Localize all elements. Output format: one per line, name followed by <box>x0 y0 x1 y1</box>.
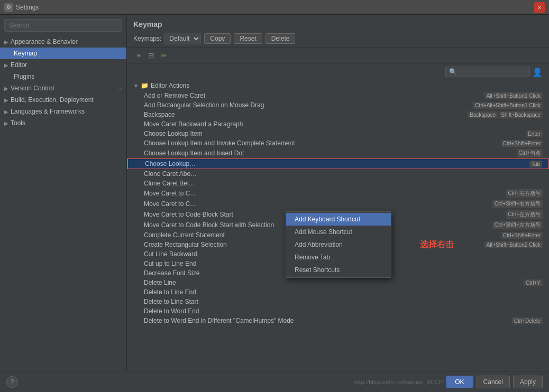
sidebar-item-tools[interactable]: ▶ Tools <box>0 117 126 129</box>
collapse-all-icon[interactable]: ⊟ <box>146 50 157 61</box>
tree-item-1[interactable]: Add Rectangular Selection on Mouse Drag … <box>127 100 549 110</box>
sync-icon: ⟳ <box>118 86 122 91</box>
tree-item-shortcut: Ctrl+Delete <box>512 318 543 324</box>
tree-item-19[interactable]: Delete Line Ctrl+Y <box>127 278 549 287</box>
expand-arrow-icon: ▶ <box>4 86 8 91</box>
context-menu-item-add-mouse-shortcut[interactable]: Add Mouse Shortcut <box>286 226 391 238</box>
tree-item-shortcut: Ctrl+右方括号 <box>506 189 543 198</box>
context-menu-item-add-keyboard-shortcut[interactable]: Add Keyboard Shortcut <box>286 213 391 226</box>
sidebar-item-label: Build, Execution, Deployment <box>11 96 94 104</box>
cancel-button[interactable]: Cancel <box>477 376 510 388</box>
tree-item-0[interactable]: Add or Remove Caret Alt+Shift+Button1 Cl… <box>127 91 549 100</box>
tree-item-shortcut: Enter <box>526 130 543 137</box>
tree-item-name: Choose Lookup Item and Invoke Complete S… <box>144 139 500 147</box>
tree-item-name: Clone Caret Abo… <box>144 170 543 178</box>
tree-item-name: Clone Caret Bel… <box>144 180 543 187</box>
sidebar-item-label: Appearance & Behavior <box>11 38 78 45</box>
search-bar-row: 👤 <box>127 63 549 80</box>
tree-item-name: Add Rectangular Selection on Mouse Drag <box>144 101 472 109</box>
tree-item-name: Backspace <box>144 111 466 118</box>
page-title: Keymap <box>133 20 543 29</box>
sidebar-item-plugins[interactable]: Plugins <box>0 71 126 82</box>
tree-item-shortcut: Ctrl+Shift+左方括号 <box>492 221 543 229</box>
tree-item-5[interactable]: Choose Lookup Item and Invoke Complete S… <box>127 138 549 148</box>
sidebar-item-label: Keymap <box>14 50 37 57</box>
sidebar-item-label: Tools <box>11 119 25 127</box>
copy-button[interactable]: Copy <box>204 33 231 44</box>
close-button[interactable]: × <box>534 2 545 13</box>
action-toolbar: ≡ ⊟ ✏ <box>127 48 549 63</box>
tree-item-2[interactable]: Backspace Backspace Shift+Backspace <box>127 110 549 119</box>
tree-item-shortcut: Ctrl+句点 <box>517 149 543 157</box>
expand-arrow-icon: ▶ <box>4 109 8 115</box>
sidebar-item-version-control[interactable]: ▶ Version Control ⟳ <box>0 82 126 94</box>
action-search-input[interactable] <box>445 67 530 77</box>
expand-arrow-icon: ▶ <box>4 97 8 103</box>
ok-button[interactable]: OK <box>446 376 473 388</box>
apply-button[interactable]: Apply <box>513 376 543 388</box>
tree-item-shortcut: Ctrl+Shift+右方括号 <box>492 200 543 208</box>
tree-item-3[interactable]: Move Caret Backward a Paragraph <box>127 119 549 129</box>
tree-item-20[interactable]: Delete to Line End <box>127 287 549 297</box>
sidebar-item-label: Plugins <box>14 73 34 80</box>
tree-item-11[interactable]: Move Caret to C… Ctrl+Shift+右方括号 <box>127 199 549 209</box>
bottom-left: ? <box>6 376 18 388</box>
keymap-dropdown[interactable]: Default <box>164 33 201 44</box>
sidebar-item-label: Editor <box>11 61 27 69</box>
sidebar-item-editor[interactable]: ▶ Editor <box>0 59 126 71</box>
sidebar-item-languages[interactable]: ▶ Languages & Frameworks <box>0 106 126 117</box>
app-icon: ⚙ <box>4 3 13 12</box>
tree-item-4[interactable]: Choose Lookup Item Enter <box>127 129 549 138</box>
tree-item-22[interactable]: Delete to Word End <box>127 306 549 316</box>
help-button[interactable]: ? <box>6 376 18 388</box>
tree-item-shortcut-2: Shift+Backspace <box>499 111 543 118</box>
titlebar: ⚙ Settings × <box>0 0 549 15</box>
user-icon[interactable]: 👤 <box>532 67 543 77</box>
context-menu-item-reset-shortcuts[interactable]: Reset Shortcuts <box>286 264 391 276</box>
edit-icon[interactable]: ✏ <box>159 50 169 61</box>
tree-item-shortcut-1: Backspace <box>468 111 498 118</box>
keymap-label: Keymaps: <box>133 35 161 42</box>
action-list-container: 👤 ▼ 📁 Editor Actions Add or Remove Caret… <box>127 63 549 371</box>
reset-button[interactable]: Reset <box>234 33 262 44</box>
tree-item-9[interactable]: Clone Caret Bel… <box>127 179 549 188</box>
sidebar-item-appearance[interactable]: ▶ Appearance & Behavior <box>0 36 126 48</box>
tree-item-shortcut: Alt+Shift+Button1 Click <box>484 92 543 99</box>
context-menu: Add Keyboard Shortcut Add Mouse Shortcut… <box>286 211 391 278</box>
tree-item-name: Delete to Word End in Different "CamelHu… <box>144 317 511 324</box>
tree-item-21[interactable]: Delete to Line Start <box>127 297 549 306</box>
tree-item-23[interactable]: Delete to Word End in Different "CamelHu… <box>127 316 549 325</box>
tree-item-name: Delete to Line End <box>144 288 543 296</box>
sidebar: ▶ Appearance & Behavior Keymap ▶ Editor … <box>0 15 127 371</box>
tree-item-name: Choose Lookup… <box>145 160 528 167</box>
tree-item-6[interactable]: Choose Lookup Item and Insert Dot Ctrl+句… <box>127 148 549 158</box>
bottom-right: http://blog.csdn.net/cainiao_ACCP OK Can… <box>354 376 543 388</box>
expand-all-icon[interactable]: ≡ <box>133 50 144 61</box>
watermark-text: http://blog.csdn.net/cainiao_ACCP <box>354 379 443 385</box>
expand-arrow-icon: ▶ <box>4 120 8 126</box>
content-area: Keymap Keymaps: Default Copy Reset Delet… <box>127 15 549 371</box>
expand-arrow-icon: ▶ <box>4 39 8 45</box>
context-menu-item-add-abbreviation[interactable]: Add Abbreviation <box>286 238 391 251</box>
tree-item-name: Delete Line <box>144 279 523 286</box>
tree-item-shortcut: Tab <box>529 161 542 167</box>
tree-item-7[interactable]: Choose Lookup… Tab <box>127 158 549 169</box>
sidebar-item-keymap[interactable]: Keymap <box>0 48 126 59</box>
tree-item-shortcut: Ctrl+左方括号 <box>506 210 543 219</box>
tree-section: ▼ 📁 Editor Actions Add or Remove Caret A… <box>127 80 549 325</box>
sidebar-item-build[interactable]: ▶ Build, Execution, Deployment <box>0 94 126 106</box>
sidebar-item-label: Languages & Frameworks <box>11 108 85 115</box>
annotation-text: 选择右击 <box>420 239 454 250</box>
tree-item-shortcut: Ctrl+Shift+Enter <box>501 140 543 147</box>
sidebar-search-container <box>0 15 126 36</box>
right-search: 👤 <box>445 67 543 77</box>
sidebar-search-input[interactable] <box>4 19 122 32</box>
delete-button[interactable]: Delete <box>266 33 296 44</box>
tree-item-10[interactable]: Move Caret to C… Ctrl+右方括号 <box>127 188 549 199</box>
tree-item-8[interactable]: Clone Caret Abo… <box>127 169 549 179</box>
tree-item-name: Add or Remove Caret <box>144 92 483 99</box>
sidebar-item-label: Version Control <box>11 85 54 92</box>
tree-section-header[interactable]: ▼ 📁 Editor Actions <box>127 80 549 91</box>
context-menu-item-remove-tab[interactable]: Remove Tab <box>286 251 391 264</box>
tree-item-shortcut: Ctrl+Alt+Shift+Button1 Click <box>473 102 543 109</box>
